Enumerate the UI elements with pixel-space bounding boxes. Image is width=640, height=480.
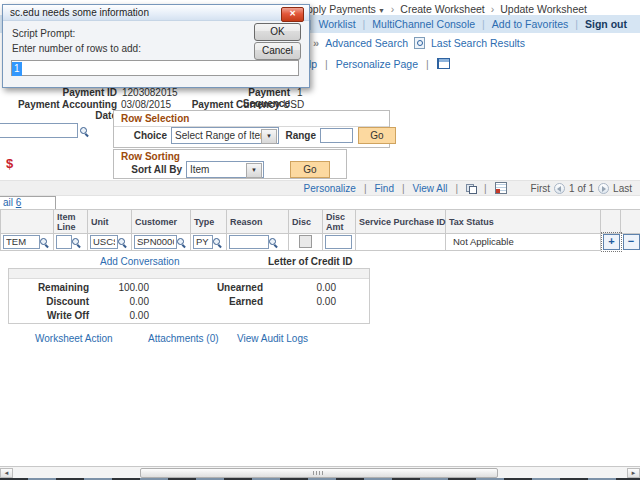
scrollbar-thumb[interactable] [140, 468, 498, 478]
payment-accounting-date-label: Payment Accounting Date [0, 99, 117, 121]
earned-value: 0.00 [273, 296, 336, 307]
unit-input[interactable] [90, 235, 118, 249]
letter-of-credit-id-label: Letter of Credit ID [268, 256, 352, 267]
next-row-icon[interactable] [598, 183, 609, 194]
search-icon[interactable] [269, 238, 279, 248]
cancel-button[interactable]: Cancel [254, 42, 301, 60]
item-line-input[interactable] [56, 235, 72, 249]
attachments-link[interactable]: Attachments (0) [148, 333, 219, 344]
nav-worklist[interactable]: Worklist [318, 18, 355, 30]
disc-amt-input[interactable] [325, 235, 352, 249]
separator: | [422, 58, 433, 70]
row-position: 1 of 1 [569, 183, 594, 194]
nav-sign-out[interactable]: Sign out [585, 18, 627, 30]
search-icon[interactable] [118, 238, 128, 248]
earned-label: Earned [179, 296, 263, 307]
find-link[interactable]: Find [374, 183, 393, 194]
prompt-message: Enter number of rows to add: [12, 43, 141, 54]
scroll-left-arrow[interactable]: ◄ [0, 468, 13, 478]
choice-select[interactable]: Select Range of Items ▼ [171, 127, 279, 144]
last-search-results-link[interactable]: Last Search Results [431, 37, 525, 49]
row-selection-box: Row Selection Choice Select Range of Ite… [113, 110, 390, 148]
search-icon[interactable] [177, 238, 187, 248]
col-unit: Unit [88, 210, 132, 234]
separator: | [321, 58, 332, 70]
personalize-page-link[interactable]: Personalize Page [336, 58, 418, 70]
worksheet-action-link[interactable]: Worksheet Action [35, 333, 113, 344]
close-icon[interactable]: ✕ [281, 7, 304, 22]
add-conversation-link[interactable]: Add Conversation [100, 256, 180, 267]
item-id-input[interactable] [3, 235, 40, 249]
search-icon[interactable] [213, 238, 223, 248]
col-disc-amt: Disc Amt [323, 210, 356, 234]
breadcrumb-separator: › [491, 3, 495, 15]
unearned-label: Unearned [179, 282, 263, 293]
tab-detail-6[interactable]: ail 6 [0, 196, 56, 209]
selected-input-text: 1 [12, 62, 22, 76]
discount-value: 0.00 [99, 296, 149, 307]
col-customer: Customer [132, 210, 191, 234]
rows-to-add-input[interactable]: 1 [11, 60, 299, 76]
item-lookup-input[interactable] [0, 123, 78, 138]
grid-layout-icon[interactable] [437, 58, 450, 69]
sort-selected-value: Item [190, 164, 209, 175]
download-to-excel-icon[interactable] [495, 182, 507, 194]
grid-header-row: Item Line Unit Customer Type Reason Disc… [1, 210, 640, 234]
chevron-down-icon[interactable]: ▼ [246, 163, 262, 178]
row-selection-go-button[interactable]: Go [358, 127, 396, 144]
summary-row: Remaining 100.00 Unearned 0.00 [9, 282, 369, 296]
reason-input[interactable] [229, 235, 269, 249]
row-sorting-box: Row Sorting Sort All By Item ▼ Go [113, 149, 347, 179]
previous-row-icon[interactable] [554, 183, 565, 194]
first-label[interactable]: First [531, 183, 550, 194]
chevron-down-icon[interactable]: ▼ [261, 129, 277, 144]
col-reason: Reason [227, 210, 289, 234]
sort-select[interactable]: Item ▼ [186, 161, 264, 178]
nav-multichannel-console[interactable]: MultiChannel Console [372, 18, 475, 30]
scroll-right-arrow[interactable]: ► [627, 468, 640, 478]
payment-currency-label: Payment Currency [170, 99, 280, 110]
payment-id-label: Payment ID [40, 87, 117, 98]
delete-row-button[interactable]: − [623, 234, 640, 250]
summary-row: Discount 0.00 Earned 0.00 [9, 296, 369, 310]
nav-add-to-favorites[interactable]: Add to Favorites [492, 18, 568, 30]
personalize-link[interactable]: Personalize [304, 183, 356, 194]
discount-label: Discount [9, 296, 89, 307]
sort-all-by-label: Sort All By [122, 164, 182, 175]
col-type: Type [191, 210, 227, 234]
add-row-button[interactable]: + [603, 234, 620, 250]
grid-data-row: Not Applicable + − [1, 234, 640, 251]
summary-row: Write Off 0.00 [9, 310, 369, 324]
view-audit-logs-link[interactable]: View Audit Logs [237, 333, 308, 344]
payment-currency-value: USD [283, 99, 304, 110]
search-toolbar: » Advanced Search Last Search Results [313, 36, 525, 50]
search-icon[interactable] [80, 127, 90, 137]
range-input[interactable] [320, 128, 353, 143]
breadcrumb-root[interactable]: pply Payments▼ [307, 3, 385, 15]
horizontal-scrollbar[interactable]: ◄ ► [0, 466, 640, 478]
choice-label: Choice [122, 130, 167, 141]
row-sorting-go-button[interactable]: Go [290, 161, 330, 178]
search-icon[interactable] [40, 238, 50, 248]
advanced-search-link[interactable]: Advanced Search [325, 37, 408, 49]
worksheet-grid: Item Line Unit Customer Type Reason Disc… [0, 209, 640, 251]
last-label[interactable]: Last [613, 183, 632, 194]
currency-icon[interactable]: $ [6, 156, 13, 171]
col-item-line: Item Line [54, 210, 88, 234]
disc-checkbox[interactable] [299, 235, 312, 248]
ok-button[interactable]: OK [254, 23, 301, 41]
row-selection-title: Row Selection [114, 111, 389, 127]
view-all-link[interactable]: View All [413, 183, 448, 194]
breadcrumb-create-worksheet[interactable]: Create Worksheet [400, 3, 484, 15]
type-input[interactable] [193, 235, 213, 249]
zoom-popup-icon[interactable] [466, 184, 476, 193]
choice-selected-value: Select Range of Items [175, 130, 273, 141]
separator: | [475, 18, 492, 30]
expand-chevron-icon[interactable]: » [313, 37, 319, 49]
breadcrumb-update-worksheet[interactable]: Update Worksheet [500, 3, 587, 15]
remaining-value: 100.00 [99, 282, 149, 293]
remaining-label: Remaining [9, 282, 89, 293]
search-icon[interactable] [72, 238, 82, 248]
customer-input[interactable] [134, 235, 177, 249]
col-service-purchase-id: Service Purchase ID [356, 210, 446, 234]
